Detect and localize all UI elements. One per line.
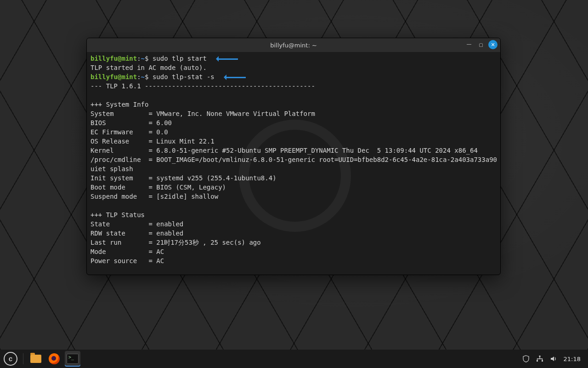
- close-button[interactable]: [488, 40, 498, 49]
- window-controls: [464, 40, 498, 49]
- command-2: sudo tlp-stat -s: [153, 73, 215, 80]
- prompt-path: ~: [141, 55, 145, 62]
- line-cmdline: /proc/cmdline = BOOT_IMAGE=/boot/vmlinuz…: [90, 156, 500, 163]
- network-icon[interactable]: [536, 355, 543, 362]
- line-os: OS Release = Linux Mint 22.1: [90, 138, 215, 145]
- line-cmdline2: uiet splash: [90, 165, 133, 172]
- terminal-window: billyfu@mint: ~ billyfu@mint:~$ sudo tlp…: [86, 38, 501, 275]
- line-bios: BIOS = 6.00: [90, 119, 172, 126]
- arrow-icon: [213, 57, 238, 61]
- arrow-icon: [221, 75, 246, 80]
- files-launcher[interactable]: [28, 351, 44, 367]
- line-ec: EC Firmware = 0.0: [90, 128, 168, 136]
- command-1-output: TLP started in AC mode (auto).: [90, 64, 207, 71]
- window-title: billyfu@mint: ~: [270, 42, 317, 49]
- line-init: Init system = systemd v255 (255.4-1ubunt…: [90, 174, 277, 182]
- folder-icon: [30, 355, 41, 363]
- menu-button[interactable]: ⅽ: [3, 351, 18, 367]
- prompt-user: billyfu: [90, 55, 118, 62]
- volume-icon[interactable]: [550, 355, 557, 362]
- tlp-header: --- TLP 1.6.1 --------------------------…: [90, 82, 315, 90]
- line-bootmode: Boot mode = BIOS (CSM, Legacy): [90, 184, 226, 191]
- mint-logo-icon: ⅽ: [4, 352, 17, 366]
- line-kernel: Kernel = 6.8.0-51-generic #52-Ubuntu SMP…: [90, 147, 478, 154]
- minimize-button[interactable]: [464, 40, 474, 49]
- line-mode: Mode = AC: [90, 248, 164, 255]
- line-lastrun: Last run = 21时17分53秒 , 25 sec(s) ago: [90, 239, 261, 246]
- svg-rect-0: [539, 356, 540, 357]
- separator: [23, 353, 23, 364]
- terminal-icon: [67, 354, 79, 364]
- firefox-launcher[interactable]: [46, 351, 62, 367]
- shield-icon[interactable]: [522, 355, 530, 362]
- svg-rect-1: [537, 360, 538, 362]
- svg-rect-2: [542, 360, 543, 362]
- line-state: State = enabled: [90, 220, 183, 228]
- section-sysinfo: +++ System Info: [90, 101, 148, 108]
- titlebar[interactable]: billyfu@mint: ~: [87, 38, 500, 52]
- terminal-output[interactable]: billyfu@mint:~$ sudo tlp start TLP start…: [87, 52, 500, 275]
- line-suspend: Suspend mode = [s2idle] shallow: [90, 193, 218, 200]
- section-status: +++ TLP Status: [90, 211, 145, 218]
- line-power: Power source = AC: [90, 257, 164, 264]
- prompt-host: mint: [121, 55, 137, 62]
- terminal-taskbar-button[interactable]: [65, 351, 80, 367]
- clock[interactable]: 21:18: [564, 356, 581, 362]
- taskbar: ⅽ 21:18: [0, 350, 588, 368]
- line-rdw: RDW state = enabled: [90, 230, 183, 237]
- maximize-button[interactable]: [476, 40, 486, 49]
- line-system: System = VMware, Inc. None VMware Virtua…: [90, 110, 315, 117]
- desktop-wallpaper: ◎ 系统极客 billyfu@mint: ~ billyfu@mint:~$ s…: [0, 0, 588, 350]
- firefox-icon: [49, 353, 60, 364]
- command-1: sudo tlp start: [153, 55, 207, 62]
